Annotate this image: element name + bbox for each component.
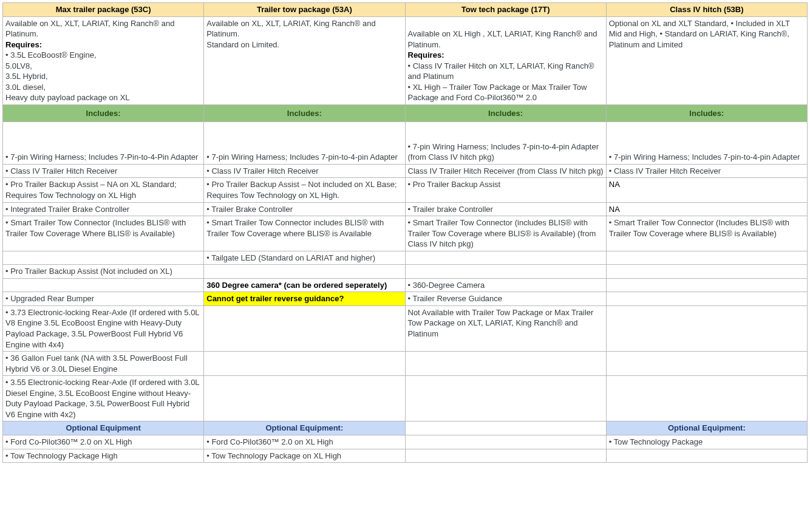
table-row: • 3.55 Electronic-locking Rear-Axle (If … — [3, 376, 808, 421]
avail-53c: Available on XL, XLT, LARIAT, King Ranch… — [3, 16, 204, 104]
cell: • Class IV Trailer Hitch Receiver — [204, 164, 405, 178]
cell — [405, 449, 606, 463]
table-row: • 36 Gallon Fuel tank (NA with 3.5L Powe… — [3, 352, 808, 376]
table-row: • Class IV Trailer Hitch Receiver• Class… — [3, 164, 808, 178]
cell: • Trailer Reverse Guidance — [405, 292, 606, 306]
includes-header: Includes: — [204, 104, 405, 121]
includes-header: Includes: — [405, 104, 606, 121]
cell: • Pro Trailer Backup Assist – NA on XL S… — [3, 178, 204, 202]
optional-header: Optional Equipment — [3, 421, 204, 435]
table-row: • Integrated Trailer Brake Controller• T… — [3, 202, 808, 216]
cell: • Class IV Trailer Hitch Receiver — [606, 164, 807, 178]
cell: • Pro Trailer Backup Assist (Not include… — [3, 265, 204, 279]
cell — [405, 265, 606, 279]
cell — [204, 376, 405, 421]
cell: • Pro Trailer Backup Assist – Not includ… — [204, 178, 405, 202]
optional-header: Optional Equipment: — [204, 421, 405, 435]
table-row: 360 Degree camera* (can be ordered seper… — [3, 278, 808, 292]
cell: • 3.55 Electronic-locking Rear-Axle (If … — [3, 376, 204, 421]
cell: • 7-pin Wiring Harness; Includes 7-Pin-t… — [3, 121, 204, 164]
optional-header: Optional Equipment: — [606, 421, 807, 435]
cell: NA — [606, 178, 807, 202]
avail-53a: Available on XL, XLT, LARIAT, King Ranch… — [204, 16, 405, 104]
cell: • Tow Technology Package High — [3, 449, 204, 463]
cell — [405, 376, 606, 421]
table-row: Includes:Includes:Includes:Includes: — [3, 104, 808, 121]
cell — [204, 265, 405, 279]
cell: • 7-pin Wiring Harness; Includes 7-pin-t… — [204, 121, 405, 164]
cell: Cannot get trailer reverse guidance? — [204, 292, 405, 306]
cell — [405, 435, 606, 449]
table-row: • Pro Trailer Backup Assist (Not include… — [3, 265, 808, 279]
cell — [606, 449, 807, 463]
cell: • Tow Technology Package — [606, 435, 807, 449]
cell — [606, 352, 807, 376]
table-row: • Upgraded Rear BumperCannot get trailer… — [3, 292, 808, 306]
includes-header: Includes: — [606, 104, 807, 121]
cell: • 7-pin Wiring Harness; Includes 7-pin-t… — [606, 121, 807, 164]
table-row: Max trailer package (53C)Trailer tow pac… — [3, 3, 808, 17]
cell: 360 Degree camera* (can be ordered seper… — [204, 278, 405, 292]
col-header-17t: Tow tech package (17T) — [405, 3, 606, 17]
cell — [204, 352, 405, 376]
cell: • 36 Gallon Fuel tank (NA with 3.5L Powe… — [3, 352, 204, 376]
cell — [405, 251, 606, 265]
cell: • Trailer Brake Controller — [204, 202, 405, 216]
cell: • Tailgate LED (Standard on LARIAT and h… — [204, 251, 405, 265]
table-row: • 7-pin Wiring Harness; Includes 7-Pin-t… — [3, 121, 808, 164]
cell: • Smart Trailer Tow Connector includes B… — [204, 216, 405, 251]
table-row: • Tailgate LED (Standard on LARIAT and h… — [3, 251, 808, 265]
cell: • Smart Trailer Tow Connector (Includes … — [606, 216, 807, 251]
cell: • Upgraded Rear Bumper — [3, 292, 204, 306]
cell: • Smart Trailer Tow Connector (Includes … — [3, 216, 204, 251]
cell: • Smart Trailer Tow Connector (includes … — [405, 216, 606, 251]
cell: • 360-Degree Camera — [405, 278, 606, 292]
cell — [606, 251, 807, 265]
table-row: Optional EquipmentOptional Equipment:Opt… — [3, 421, 808, 435]
cell: • Class IV Trailer Hitch Receiver — [3, 164, 204, 178]
cell — [606, 278, 807, 292]
comparison-table: Max trailer package (53C)Trailer tow pac… — [2, 2, 808, 463]
cell: • 3.73 Electronic-locking Rear-Axle (If … — [3, 305, 204, 351]
avail-17t: Available on XL High , XLT, LARIAT, King… — [405, 16, 606, 104]
cell: • Ford Co-Pilot360™ 2.0 on XL High — [204, 435, 405, 449]
cell: • Tow Technology Package on XL High — [204, 449, 405, 463]
col-header-53c: Max trailer package (53C) — [3, 3, 204, 17]
table-row: • Smart Trailer Tow Connector (Includes … — [3, 216, 808, 251]
avail-53b: Optional on XL and XLT Standard, • Inclu… — [606, 16, 807, 104]
cell — [405, 352, 606, 376]
cell — [606, 265, 807, 279]
table-row: • Pro Trailer Backup Assist – NA on XL S… — [3, 178, 808, 202]
cell — [606, 292, 807, 306]
col-header-53a: Trailer tow package (53A) — [204, 3, 405, 17]
cell: • Integrated Trailer Brake Controller — [3, 202, 204, 216]
cell — [3, 278, 204, 292]
cell — [606, 376, 807, 421]
cell: NA — [606, 202, 807, 216]
table-row: • Tow Technology Package High• Tow Techn… — [3, 449, 808, 463]
table-row: Available on XL, XLT, LARIAT, King Ranch… — [3, 16, 808, 104]
cell — [204, 305, 405, 351]
cell — [3, 251, 204, 265]
cell: • Trailer brake Controller — [405, 202, 606, 216]
cell: • 7-pin Wiring Harness; Includes 7-pin-t… — [405, 121, 606, 164]
col-header-53b: Class IV hitch (53B) — [606, 3, 807, 17]
cell: • Pro Trailer Backup Assist — [405, 178, 606, 202]
cell — [606, 305, 807, 351]
table-row: • 3.73 Electronic-locking Rear-Axle (If … — [3, 305, 808, 351]
includes-header: Includes: — [3, 104, 204, 121]
table-row: • Ford Co-Pilot360™ 2.0 on XL High• Ford… — [3, 435, 808, 449]
optional-header-empty — [405, 421, 606, 435]
cell: Class IV Trailer Hitch Receiver (from Cl… — [405, 164, 606, 178]
cell: Not Available with Trailer Tow Package o… — [405, 305, 606, 351]
cell: • Ford Co-Pilot360™ 2.0 on XL High — [3, 435, 204, 449]
